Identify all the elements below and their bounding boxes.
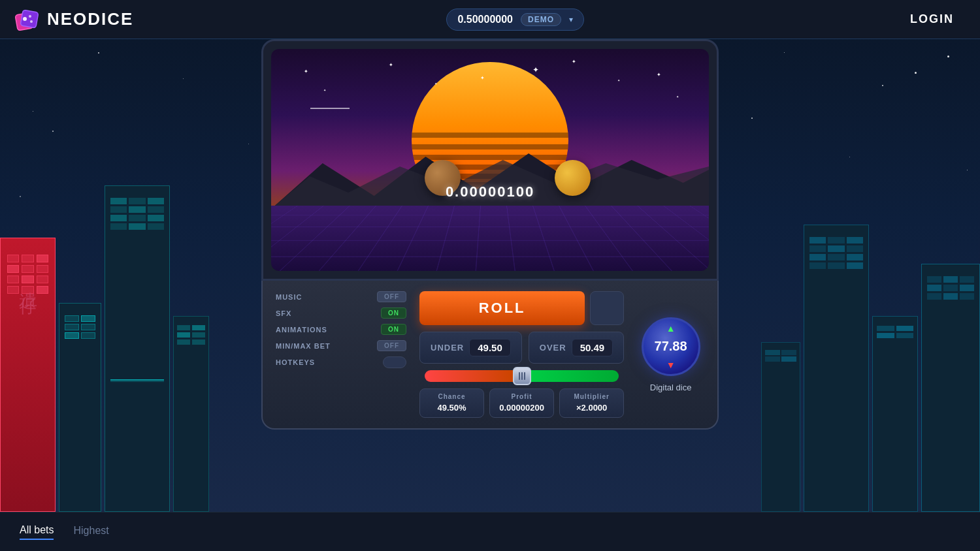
screen-star-2: ✦	[389, 62, 393, 68]
screen-inner: 0.00000100 ✦ ✦ ✦ ✦ ✦ ✦ ✦ ✦ ✦ ✦	[271, 49, 709, 271]
handle-line-2	[521, 372, 523, 380]
animations-toggle[interactable]: ON	[381, 324, 406, 335]
bet-row: UNDER 49.50 OVER 50.49	[419, 332, 624, 364]
profit-label: Profit	[498, 393, 546, 400]
roll-button[interactable]: ROLL	[419, 291, 585, 325]
over-value: 50.49	[572, 339, 613, 356]
screen-star-7: ✦	[434, 82, 437, 86]
dice-value: 77.88	[655, 339, 687, 354]
dice-ball-right	[555, 160, 591, 196]
slider-row	[419, 370, 624, 382]
setting-sfx: SFX ON	[276, 307, 406, 319]
center-controls: ROLL UNDER 49.50 OVER 50.49	[419, 291, 624, 418]
screen-star-3: ✦	[480, 75, 485, 81]
screen-star-8: ✦	[532, 65, 539, 74]
slider-handle[interactable]	[513, 367, 531, 385]
sfx-toggle[interactable]: ON	[381, 307, 406, 319]
chance-label: Chance	[428, 393, 476, 400]
grid-floor	[271, 206, 709, 271]
under-value: 49.50	[469, 339, 511, 356]
over-label: OVER	[540, 343, 566, 353]
tab-highest[interactable]: Highest	[73, 525, 108, 539]
dice-circle: ▲ 77.88 ▼	[642, 317, 700, 376]
screen-star-9: ✦	[617, 78, 620, 82]
svg-point-4	[30, 20, 33, 23]
screen-star-10: ✦	[676, 95, 679, 99]
game-container: 0.00000100 ✦ ✦ ✦ ✦ ✦ ✦ ✦ ✦ ✦ ✦ MUSI	[242, 39, 738, 430]
handle-line-1	[519, 372, 520, 380]
under-label: UNDER	[431, 343, 464, 353]
balance-area[interactable]: 0.50000000 DEMO ▾	[446, 8, 584, 31]
control-panel: MUSIC OFF SFX ON ANIMATIONS ON MIN/MAX B…	[261, 281, 719, 430]
slider-track[interactable]	[425, 370, 619, 382]
hotkeys-toggle[interactable]	[383, 356, 406, 368]
setting-music: MUSIC OFF	[276, 291, 406, 302]
profit-value: 0.00000200	[499, 403, 544, 413]
roll-side-button[interactable]	[590, 291, 624, 325]
setting-animations: ANIMATIONS ON	[276, 324, 406, 335]
dice-label: Digital dice	[650, 383, 692, 392]
chance-value: 49.50%	[437, 403, 466, 413]
screen-star-4: ✦	[572, 59, 576, 65]
under-button[interactable]: UNDER 49.50	[419, 332, 522, 364]
city-right	[771, 185, 980, 512]
svg-point-2	[23, 17, 27, 21]
demo-badge: DEMO	[521, 13, 561, 26]
over-button[interactable]: OVER 50.49	[529, 332, 624, 364]
screen-accent-line	[310, 108, 350, 109]
screen-star-6: ✦	[323, 88, 326, 92]
balance-value: 0.50000000	[457, 14, 513, 25]
music-label: MUSIC	[276, 293, 302, 301]
dice-arrow-up-icon: ▲	[666, 323, 676, 334]
stats-row: Chance 49.50% Profit 0.00000200 Multipli…	[419, 388, 624, 418]
multiplier-value: ×2.0000	[576, 403, 607, 413]
city-left: 遺 仔	[0, 153, 209, 512]
minmax-label: MIN/MAX BET	[276, 342, 331, 350]
screen-bezel: 0.00000100 ✦ ✦ ✦ ✦ ✦ ✦ ✦ ✦ ✦ ✦	[261, 39, 719, 281]
music-toggle[interactable]: OFF	[377, 291, 406, 302]
screen-score: 0.00000100	[446, 183, 534, 200]
roll-row: ROLL	[419, 291, 624, 325]
settings-panel: MUSIC OFF SFX ON ANIMATIONS ON MIN/MAX B…	[276, 291, 406, 418]
svg-point-3	[29, 15, 31, 18]
screen-star-1: ✦	[304, 69, 308, 74]
dice-arrow-down-icon: ▼	[666, 360, 676, 370]
header: NEODICE 0.50000000 DEMO ▾ LOGIN	[0, 0, 980, 39]
setting-hotkeys: HOTKEYS	[276, 356, 406, 368]
multiplier-label: Multiplier	[568, 393, 615, 400]
handle-line-3	[524, 372, 525, 380]
chance-stat: Chance 49.50%	[419, 388, 484, 418]
login-button[interactable]: LOGIN	[897, 7, 967, 31]
minmax-toggle[interactable]: OFF	[377, 340, 406, 351]
hotkeys-label: HOTKEYS	[276, 358, 315, 366]
dropdown-arrow-icon[interactable]: ▾	[569, 15, 573, 24]
tab-all-bets[interactable]: All bets	[20, 524, 54, 540]
right-panel: ▲ 77.88 ▼ Digital dice	[637, 291, 704, 418]
logo-text: NEODICE	[47, 9, 133, 29]
bottom-tabs: All bets Highest	[0, 512, 980, 551]
logo-area: NEODICE	[13, 6, 133, 33]
setting-minmax: MIN/MAX BET OFF	[276, 340, 406, 351]
monitor-frame: 0.00000100 ✦ ✦ ✦ ✦ ✦ ✦ ✦ ✦ ✦ ✦ MUSI	[261, 39, 719, 430]
screen-star-5: ✦	[657, 72, 661, 78]
animations-label: ANIMATIONS	[276, 326, 327, 334]
profit-stat: Profit 0.00000200	[489, 388, 554, 418]
sfx-label: SFX	[276, 309, 291, 317]
logo-icon	[13, 6, 41, 33]
multiplier-stat: Multiplier ×2.0000	[559, 388, 624, 418]
